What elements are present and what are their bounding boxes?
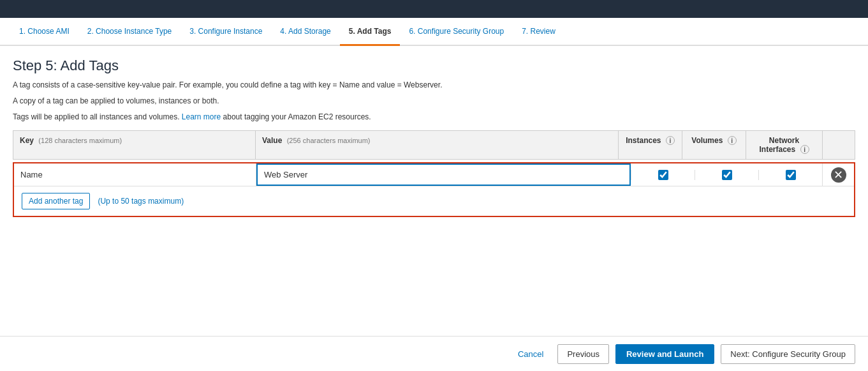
col-header-ni: Network Interfaces i: [746, 131, 823, 160]
instances-label: Instances: [626, 136, 661, 145]
ni-check-cell: [758, 170, 822, 180]
value-input[interactable]: [256, 163, 631, 186]
tag-rows-container: ✕ Add another tag (Up to 50 tags maximum…: [13, 162, 855, 217]
wizard-step-3[interactable]: 3. Configure Instance: [180, 18, 271, 46]
ni-info-icon[interactable]: i: [800, 145, 809, 154]
wizard-steps-bar: 1. Choose AMI 2. Choose Instance Type 3.…: [0, 18, 868, 46]
volumes-checkbox[interactable]: [722, 170, 732, 180]
desc3-suffix: about tagging your Amazon EC2 resources.: [221, 112, 371, 121]
wizard-step-6[interactable]: 6. Configure Security Group: [400, 18, 513, 46]
col-header-instances: Instances i: [619, 131, 682, 160]
key-input[interactable]: [14, 163, 256, 186]
instances-check-cell: [631, 170, 695, 180]
remove-tag-button[interactable]: ✕: [831, 167, 846, 183]
description-1: A tag consists of a case-sensitive key-v…: [13, 79, 855, 91]
tags-table: Key (128 characters maximum) Value (256 …: [13, 130, 855, 218]
wizard-step-1[interactable]: 1. Choose AMI: [10, 18, 78, 46]
description-3: Tags will be applied to all instances an…: [13, 111, 855, 123]
top-navigation: [0, 0, 868, 18]
volumes-info-icon[interactable]: i: [728, 136, 737, 145]
col-header-action: [823, 131, 855, 160]
instances-checkbox[interactable]: [658, 170, 668, 180]
key-hint: (128 characters maximum): [38, 137, 122, 144]
tag-checkboxes: [631, 163, 822, 186]
volumes-label: Volumes: [691, 136, 723, 145]
wizard-step-5: 5. Add Tags: [340, 18, 401, 46]
learn-more-link[interactable]: Learn more: [182, 112, 221, 121]
add-hint-link: maximum: [148, 197, 181, 206]
page-title: Step 5: Add Tags: [13, 57, 855, 74]
review-and-launch-button[interactable]: Review and Launch: [615, 344, 714, 364]
description-2: A copy of a tag can be applied to volume…: [13, 95, 855, 107]
add-another-tag-button[interactable]: Add another tag: [22, 193, 90, 209]
wizard-step-2[interactable]: 2. Choose Instance Type: [78, 18, 181, 46]
add-tag-row: Add another tag (Up to 50 tags maximum): [14, 186, 854, 216]
add-hint-prefix: (Up to 50 tags: [98, 197, 148, 206]
main-content: Step 5: Add Tags A tag consists of a cas…: [0, 46, 868, 229]
table-row: ✕: [14, 163, 854, 186]
ni-checkbox[interactable]: [786, 170, 796, 180]
value-label: Value: [262, 136, 282, 145]
previous-button[interactable]: Previous: [557, 344, 609, 364]
next-configure-security-group-button[interactable]: Next: Configure Security Group: [721, 344, 855, 364]
row-action-cell: ✕: [822, 163, 854, 186]
table-header-row: Key (128 characters maximum) Value (256 …: [13, 130, 855, 160]
col-header-key: Key (128 characters maximum): [13, 131, 256, 160]
instances-info-icon[interactable]: i: [666, 136, 675, 145]
col-header-volumes: Volumes i: [682, 131, 746, 160]
tag-inputs: [14, 163, 631, 186]
value-hint: (256 characters maximum): [287, 137, 371, 144]
wizard-step-7[interactable]: 7. Review: [513, 18, 564, 46]
cancel-button[interactable]: Cancel: [510, 345, 551, 363]
add-hint-suffix: ): [181, 197, 184, 206]
key-label: Key: [20, 136, 34, 145]
wizard-step-4[interactable]: 4. Add Storage: [271, 18, 339, 46]
footer: Cancel Previous Review and Launch Next: …: [0, 336, 868, 371]
volumes-check-cell: [695, 170, 758, 180]
desc3-prefix: Tags will be applied to all instances an…: [13, 112, 182, 121]
col-header-value: Value (256 characters maximum): [256, 131, 619, 160]
add-tag-hint: (Up to 50 tags maximum): [98, 197, 184, 206]
ni-label: Network Interfaces: [759, 136, 799, 154]
